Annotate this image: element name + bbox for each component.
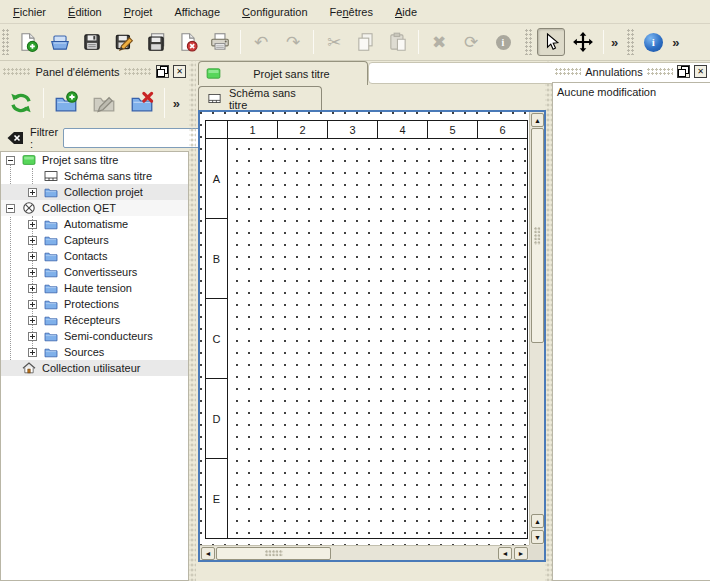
save-button[interactable]	[78, 28, 106, 56]
float-panel-button[interactable]	[677, 65, 690, 78]
expand-expander[interactable]	[28, 300, 37, 309]
menu-projet[interactable]: Projet	[113, 2, 164, 22]
folder-icon	[43, 184, 59, 200]
tab-schema-sans-titre[interactable]: Schéma sans titre	[198, 86, 322, 110]
collapse-expander[interactable]	[6, 204, 15, 213]
horizontal-scrollbar-thumb[interactable]	[216, 547, 331, 560]
collapse-expander[interactable]	[6, 156, 15, 165]
menu-affichage[interactable]: Affichage	[163, 2, 231, 22]
save-as-button[interactable]	[110, 28, 138, 56]
toolbar-overflow-button[interactable]: »	[669, 35, 682, 50]
left-dock-splitter[interactable]	[189, 61, 196, 581]
expand-expander[interactable]	[28, 252, 37, 261]
toolbar-drag-handle[interactable]	[2, 29, 10, 55]
close-panel-button[interactable]: ✕	[173, 65, 186, 78]
menu-fenetres[interactable]: Fenêtres	[319, 2, 384, 22]
row-header: E	[206, 459, 228, 539]
tree-item-schema[interactable]: Schéma sans titre	[1, 168, 188, 184]
folder-delete-icon	[129, 90, 155, 116]
folder-icon	[43, 248, 59, 264]
save-as-icon	[113, 31, 135, 53]
expand-expander[interactable]	[28, 188, 37, 197]
tree-item-projet[interactable]: Projet sans titre	[1, 152, 188, 168]
undo-history-list[interactable]: Aucune modification	[552, 82, 710, 581]
horizontal-scrollbar[interactable]: ◄ ◄ ►	[200, 545, 529, 560]
selection-mode-button[interactable]	[537, 28, 565, 56]
vertical-scrollbar[interactable]: ▲ ▲ ▼	[529, 112, 544, 545]
toolbar-drag-handle[interactable]	[525, 29, 533, 55]
tree-item-sources[interactable]: Sources	[1, 344, 188, 360]
undo-panel: Annulations ✕ Aucune modification	[552, 61, 710, 581]
copy-icon	[355, 31, 377, 53]
new-project-button[interactable]	[14, 28, 42, 56]
refresh-icon	[8, 90, 34, 116]
print-button[interactable]	[206, 28, 234, 56]
tab-projet-sans-titre[interactable]: Projet sans titre	[198, 61, 368, 85]
toolbar-separator	[603, 30, 604, 54]
vertical-scrollbar-thumb[interactable]	[531, 128, 544, 343]
folder-icon	[43, 232, 59, 248]
scroll-right-button[interactable]: ►	[514, 547, 528, 560]
toolbar-drag-handle[interactable]	[627, 29, 635, 55]
drawing-area[interactable]	[228, 139, 528, 539]
expand-expander[interactable]	[28, 348, 37, 357]
scroll-up-button[interactable]: ▲	[531, 113, 544, 127]
schema-scene[interactable]: 1 2 3 4 5 6 A B C D E	[200, 112, 529, 545]
delete-button-disabled: ✖	[425, 28, 453, 56]
column-header: 3	[328, 121, 378, 139]
expand-expander[interactable]	[28, 332, 37, 341]
tree-item-recepteurs[interactable]: Récepteurs	[1, 312, 188, 328]
clear-filter-icon[interactable]	[5, 129, 25, 147]
tree-item-collection-utilisateur[interactable]: Collection utilisateur	[1, 360, 188, 376]
tree-item-protections[interactable]: Protections	[1, 296, 188, 312]
expand-expander[interactable]	[28, 284, 37, 293]
main-toolbar: ↶ ↷ ✂ ✖ ⟳ i	[0, 24, 710, 61]
about-info-button[interactable]: i	[639, 28, 667, 56]
float-panel-button[interactable]	[156, 65, 169, 78]
tree-item-semi-conducteurs[interactable]: Semi-conducteurs	[1, 328, 188, 344]
vertical-scrollbar-track[interactable]	[530, 343, 544, 513]
row-header: C	[206, 299, 228, 379]
tree-item-convertisseurs[interactable]: Convertisseurs	[1, 264, 188, 280]
reload-collections-button[interactable]	[4, 86, 38, 120]
menu-edition[interactable]: Édition	[57, 2, 113, 22]
scroll-down-button[interactable]: ▼	[531, 530, 544, 544]
expand-expander[interactable]	[28, 236, 37, 245]
tree-item-collection-projet[interactable]: Collection projet	[1, 184, 188, 200]
expand-expander[interactable]	[28, 268, 37, 277]
move-mode-button[interactable]	[569, 28, 597, 56]
scroll-left-button[interactable]: ◄	[201, 547, 215, 560]
open-project-button[interactable]	[46, 28, 74, 56]
column-header: 2	[278, 121, 328, 139]
tree-item-automatisme[interactable]: Automatisme	[1, 216, 188, 232]
row-header: B	[206, 219, 228, 299]
paste-icon	[387, 31, 409, 53]
save-all-button[interactable]	[142, 28, 170, 56]
expand-expander[interactable]	[28, 220, 37, 229]
folder-icon	[43, 344, 59, 360]
menu-fichier[interactable]: Fichier	[2, 2, 57, 22]
column-header: 4	[378, 121, 428, 139]
titlebar-texture	[3, 68, 31, 75]
menu-configuration[interactable]: Configuration	[231, 2, 318, 22]
undo-panel-titlebar[interactable]: Annulations ✕	[552, 61, 710, 82]
scroll-up-button[interactable]: ▲	[531, 514, 544, 528]
delete-element-button[interactable]	[125, 86, 159, 120]
new-element-button[interactable]	[49, 86, 83, 120]
home-icon	[21, 360, 37, 376]
close-panel-button[interactable]: ✕	[694, 65, 707, 78]
tree-item-contacts[interactable]: Contacts	[1, 248, 188, 264]
close-file-button[interactable]	[174, 28, 202, 56]
tree-item-capteurs[interactable]: Capteurs	[1, 232, 188, 248]
tree-item-haute-tension[interactable]: Haute tension	[1, 280, 188, 296]
cursor-arrow-icon	[541, 32, 561, 52]
horizontal-scrollbar-track[interactable]	[331, 546, 497, 560]
toolbar-overflow-button[interactable]: »	[608, 35, 621, 50]
scroll-left-button[interactable]: ◄	[498, 547, 512, 560]
expand-expander[interactable]	[28, 316, 37, 325]
panel-toolbar-overflow-button[interactable]: »	[170, 96, 183, 111]
elements-panel-titlebar[interactable]: Panel d'éléments ✕	[0, 61, 189, 82]
right-dock-splitter[interactable]	[545, 61, 552, 581]
menu-aide[interactable]: Aide	[384, 2, 428, 22]
tree-item-collection-qet[interactable]: Collection QET	[1, 200, 188, 216]
